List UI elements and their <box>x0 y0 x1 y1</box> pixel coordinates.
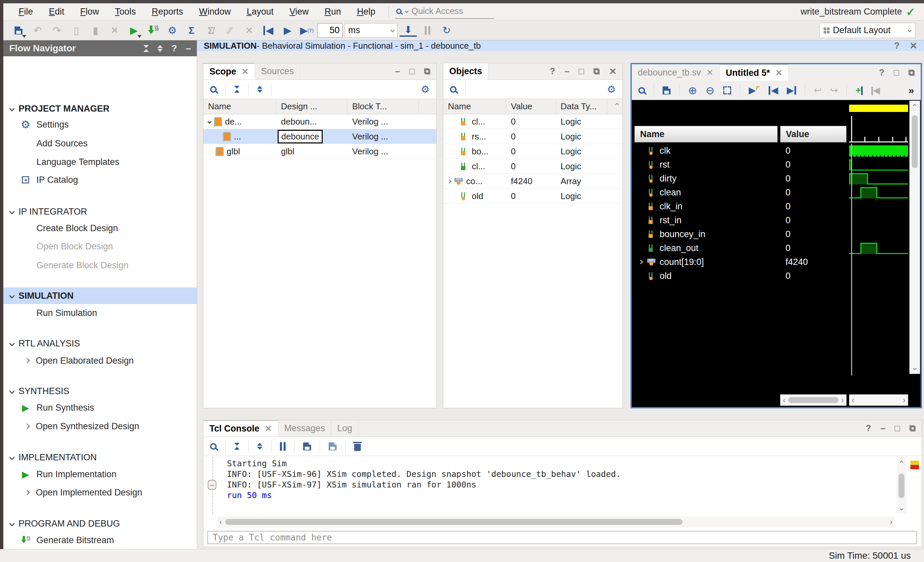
scroll-down-icon[interactable]: ⌄ <box>911 363 918 372</box>
objects-row-clean[interactable]: cl... 0 Logic <box>443 159 622 174</box>
menu-run[interactable]: Run <box>317 4 348 19</box>
scroll-right-icon[interactable]: › <box>890 517 892 526</box>
minimize-icon[interactable]: – <box>564 66 570 76</box>
section-simulation[interactable]: SIMULATION <box>3 288 197 303</box>
wave-trace-hscrollbar[interactable]: ‹ › <box>849 394 908 406</box>
warning-mark[interactable] <box>910 461 919 465</box>
maximize-icon[interactable]: □ <box>579 66 584 76</box>
objects-row-rst[interactable]: rs... 0 Logic <box>443 129 622 144</box>
tab-tcl-console[interactable]: Tcl Console✕ <box>203 420 278 436</box>
next-transition-icon[interactable]: ▶ <box>787 85 796 96</box>
zoom-fit-icon[interactable] <box>723 87 731 94</box>
zoom-in-icon[interactable]: ⊕ <box>688 84 697 97</box>
help-icon[interactable]: ? <box>171 43 177 54</box>
tab-debounce-tb-sv[interactable]: debounce_tb.sv✕ <box>632 64 720 81</box>
time-unit-select[interactable]: ms <box>345 23 398 38</box>
objects-row-clk[interactable]: cl... 0 Logic <box>443 114 622 129</box>
scope-rename-editbox[interactable]: debounce <box>278 130 323 143</box>
pause-button[interactable] <box>419 22 436 38</box>
tab-untitled-5[interactable]: Untitled 5*✕ <box>720 64 789 81</box>
add-marker-icon[interactable]: + <box>855 85 862 96</box>
expand-all-icon[interactable] <box>257 86 262 93</box>
wave-value-header[interactable]: Value <box>780 126 846 142</box>
objects-row-bouncey[interactable]: bo... 0 Logic <box>443 144 622 159</box>
gear-icon[interactable]: ⚙ <box>607 84 616 95</box>
chevron-down-icon[interactable] <box>207 120 212 124</box>
float-icon[interactable]: ⧉ <box>424 66 430 76</box>
expand-all-icon[interactable] <box>257 443 262 450</box>
sidebar-item-create-block-design[interactable]: Create Block Design <box>3 220 197 236</box>
search-icon[interactable] <box>450 86 456 93</box>
scroll-up-icon[interactable]: ⌃ <box>898 459 905 469</box>
error-mark[interactable] <box>910 465 919 469</box>
tab-sources[interactable]: Sources <box>255 63 300 79</box>
delete-button[interactable]: ✕ <box>106 22 123 38</box>
copy-report-icon[interactable] <box>303 442 311 450</box>
tab-messages[interactable]: Messages <box>278 420 331 436</box>
console-output[interactable]: Starting Sim INFO: [USF-XSim-96] XSim co… <box>204 457 903 514</box>
sidebar-item-run-synthesis[interactable]: ▶ Run Synthesis <box>3 400 197 415</box>
menu-window[interactable]: Window <box>192 4 238 19</box>
open-project-button[interactable] <box>10 22 27 38</box>
wave-signal-dirty[interactable]: dirty <box>634 172 778 186</box>
queue-report-icon[interactable] <box>328 442 337 450</box>
objects-row-old[interactable]: old 0 Logic <box>443 189 622 204</box>
section-ip-integrator[interactable]: IP INTEGRATOR <box>3 204 197 219</box>
wave-time-ruler[interactable] <box>849 114 908 142</box>
gear-icon[interactable]: ⚙ <box>421 84 430 95</box>
float-icon[interactable]: ⧉ <box>908 67 915 78</box>
menu-flow[interactable]: Flow <box>73 4 106 19</box>
minimize-icon[interactable]: – <box>880 423 885 433</box>
wave-name-header[interactable]: Name <box>634 126 778 142</box>
help-icon[interactable]: ? <box>866 423 872 433</box>
objects-row-count[interactable]: co... f4240 Array <box>443 174 622 189</box>
wave-signal-clk-in[interactable]: clk_in <box>634 199 778 213</box>
sidebar-item-run-simulation[interactable]: Run Simulation <box>3 305 197 321</box>
wave-trace-area[interactable] <box>849 144 908 283</box>
section-rtl-analysis[interactable]: RTL ANALYSIS <box>3 336 197 351</box>
scope-row-debounce[interactable]: ... debounce Verilog ... <box>203 129 436 144</box>
sidebar-item-language-templates[interactable]: Language Templates <box>3 154 197 169</box>
help-icon[interactable]: ? <box>550 66 555 76</box>
maximize-icon[interactable]: □ <box>894 423 900 433</box>
tab-scope[interactable]: Scope✕ <box>203 63 255 79</box>
sidebar-item-ip-catalog[interactable]: IP Catalog <box>3 172 197 187</box>
collapse-all-icon[interactable] <box>234 86 240 93</box>
collapse-marker-icon[interactable]: – <box>208 480 216 490</box>
settings-gear-button[interactable]: ⚙ <box>164 22 181 38</box>
go-to-cursor-icon[interactable]: ▶⌜ <box>749 85 760 96</box>
sidebar-item-run-implementation[interactable]: ▶ Run Implementation <box>3 467 197 482</box>
wave-signal-rst-in[interactable]: rst_in <box>634 213 778 227</box>
wave-signal-clk[interactable]: clk <box>634 144 778 157</box>
search-icon[interactable] <box>210 443 217 450</box>
close-icon[interactable]: ✕ <box>242 67 249 77</box>
trash-icon[interactable] <box>354 444 361 451</box>
sidebar-item-open-synthesized-design[interactable]: Open Synthesized Design <box>3 419 197 434</box>
scroll-left-icon[interactable]: ‹ <box>783 396 786 405</box>
scroll-down-icon[interactable]: ⌄ <box>898 503 905 513</box>
expand-all-icon[interactable] <box>158 45 163 52</box>
collapse-all-icon[interactable] <box>144 45 149 52</box>
scope-row-glbl[interactable]: glbl glbl Verilog ... <box>203 144 436 159</box>
scroll-left-icon[interactable]: ‹ <box>852 396 854 405</box>
close-icon[interactable]: ✕ <box>910 40 917 51</box>
scrollbar-thumb[interactable] <box>225 519 682 525</box>
scope-row-debounce-tb[interactable]: de... deboun... Verilog ... <box>203 114 436 129</box>
menu-reports[interactable]: Reports <box>144 4 190 19</box>
restart-sim-button[interactable]: ◀ <box>260 22 277 38</box>
wave-signal-clean-out[interactable]: clean_out <box>634 241 778 255</box>
menu-help[interactable]: Help <box>350 4 382 19</box>
scroll-right-icon[interactable]: › <box>841 396 844 405</box>
copy-button[interactable]: ▯ <box>68 22 85 38</box>
wave-signal-count[interactable]: count[19:0] <box>634 255 778 269</box>
pause-output-icon[interactable] <box>280 442 286 451</box>
section-program-and-debug[interactable]: PROGRAM AND DEBUG <box>3 516 197 531</box>
tcl-command-input[interactable] <box>207 531 917 544</box>
scroll-left-icon[interactable]: ‹ <box>219 517 222 526</box>
wave-signal-clean[interactable]: clean <box>634 186 778 199</box>
sidebar-item-settings[interactable]: ⚙ Settings <box>3 117 197 132</box>
wave-overview-bar[interactable] <box>849 105 908 112</box>
search-icon[interactable] <box>638 87 645 94</box>
menu-file[interactable]: File <box>11 4 40 19</box>
relaunch-button[interactable]: ↻ <box>438 22 455 38</box>
